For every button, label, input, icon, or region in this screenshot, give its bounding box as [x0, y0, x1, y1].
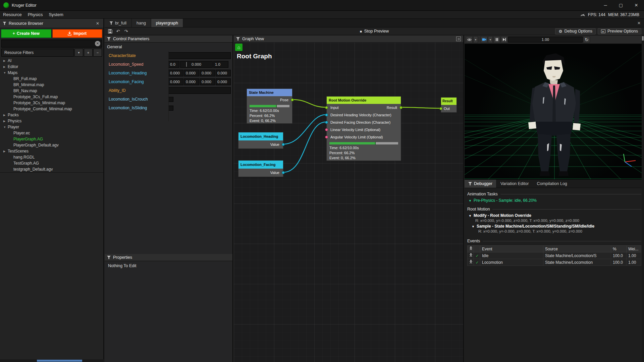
expander-icon[interactable]: ▼ — [472, 225, 475, 228]
import-button[interactable]: Import — [52, 29, 103, 38]
panel-close-icon[interactable]: ✕ — [636, 20, 642, 26]
tree-item[interactable]: TestGraph.AG — [0, 160, 103, 166]
tab-compilation-log[interactable]: Compilation Log — [533, 180, 571, 188]
save-button[interactable] — [107, 28, 113, 34]
port-input[interactable] — [325, 106, 328, 109]
camera-dropdown[interactable]: ▼ — [488, 36, 493, 43]
port-desired-heading-velocity[interactable] — [325, 114, 328, 117]
characterstate-input[interactable] — [168, 52, 231, 59]
node-state-machine[interactable]: State Machine Pose Time: 6.62/10.00s Per… — [247, 88, 292, 124]
camera-mode-button[interactable] — [481, 36, 487, 43]
tree-item-maps[interactable]: ▼Maps — [0, 70, 103, 76]
close-button[interactable]: ✕ — [629, 0, 644, 10]
event-row-locomotion[interactable]: ✓ Locomotion State Machine/Locomotion 10… — [468, 259, 641, 266]
port-linear-velocity-limit[interactable] — [325, 128, 328, 131]
port-result-output[interactable] — [399, 106, 402, 109]
menu-system[interactable]: System — [46, 12, 66, 17]
playback-speed-input[interactable]: 1.00 — [508, 37, 583, 43]
speed-slider[interactable]: 0.000 — [180, 61, 213, 68]
tree-item[interactable]: Prototype_3Cs_Minimal.map — [0, 100, 103, 106]
expander-icon[interactable]: ▼ — [469, 214, 472, 218]
tab-playergraph[interactable]: playergraph — [151, 19, 183, 27]
facing-y-input[interactable]: 0.000 — [184, 78, 199, 85]
tree-item[interactable]: BR_Nav.map — [0, 88, 103, 94]
node-root-motion-override[interactable]: Root Motion Override Input Result Desire… — [326, 96, 401, 161]
expander-icon[interactable]: ▼ — [469, 199, 472, 202]
event-row-idle[interactable]: ✓ Idle State Machine/Locomotion/S 100.0 … — [468, 252, 641, 259]
scrollbar-thumb[interactable] — [642, 36, 644, 41]
port-value-output[interactable] — [282, 143, 285, 146]
right-scrollbar[interactable] — [642, 36, 644, 362]
maximize-button[interactable]: ▢ — [613, 0, 629, 10]
speed-min-input[interactable]: 0.0 — [168, 61, 179, 68]
fit-view-icon[interactable] — [456, 37, 461, 41]
debug-options-button[interactable]: ⚙Debug Options — [555, 28, 596, 35]
preview-options-button[interactable]: ▶Preview Options — [598, 28, 641, 35]
visibility-button[interactable] — [466, 36, 473, 43]
facing-w-input[interactable]: 0.000 — [216, 78, 231, 85]
node-locomotion-facing[interactable]: Locomotion_Facing Value — [238, 160, 283, 177]
tab-br-full[interactable]: br_full — [105, 19, 131, 27]
step-button[interactable] — [501, 36, 507, 43]
is-sliding-checkbox[interactable] — [168, 106, 173, 111]
menu-resource[interactable]: Resource — [0, 12, 25, 17]
add-filter-button[interactable]: + — [84, 49, 93, 57]
pause-button[interactable] — [493, 36, 500, 43]
tree-horizontal-scrollbar[interactable] — [0, 359, 104, 362]
tree-item-player[interactable]: ▼Player — [0, 124, 103, 130]
port-pose-output[interactable] — [291, 99, 294, 102]
resource-search-input[interactable]: ✕ — [1, 40, 102, 48]
tree-item-physics[interactable]: ▶Physics — [0, 118, 103, 124]
root-motion-sample-row[interactable]: ▼Sample - State Machine/Locomotion/SM/St… — [467, 224, 641, 229]
heading-y-input[interactable]: 0.000 — [184, 70, 199, 76]
stop-preview-button[interactable]: ■ Stop Preview — [360, 29, 389, 34]
undo-button[interactable]: ↶ — [115, 28, 121, 34]
tree-item-selected[interactable]: PlayerGraph.AG — [0, 136, 103, 142]
port-desired-facing-direction[interactable] — [325, 121, 328, 124]
tree-item[interactable]: BR_Minimal.map — [0, 82, 103, 88]
reset-button[interactable]: ↻ — [583, 36, 590, 43]
graph-home-button[interactable]: ⌂ — [235, 44, 243, 51]
root-motion-modify-row[interactable]: ▼Modify - Root Motion Override — [467, 213, 641, 218]
tree-item-ai[interactable]: ▶AI — [0, 58, 103, 64]
is-crouch-checkbox[interactable] — [168, 97, 173, 102]
redo-button[interactable]: ↷ — [123, 28, 129, 34]
port-out-input[interactable] — [439, 107, 442, 110]
visibility-dropdown[interactable]: ▼ — [473, 36, 478, 43]
heading-x-input[interactable]: 0.000 — [168, 70, 183, 76]
tree-item-testscenes[interactable]: ▶TestScenes — [0, 148, 103, 154]
tree-item[interactable]: Player.ec — [0, 130, 103, 136]
animation-task-row[interactable]: ▼Pre-Physics - Sample: idle, 66.20% — [467, 198, 641, 203]
heading-z-input[interactable]: 0.000 — [200, 70, 215, 76]
heading-w-input[interactable]: 0.000 — [216, 70, 231, 76]
create-new-button[interactable]: +Create New — [1, 29, 51, 38]
tree-item[interactable]: Prototype_3Cs_Full.map — [0, 94, 103, 100]
resource-browser-close-icon[interactable]: ✕ — [95, 20, 101, 26]
tab-hang[interactable]: hang — [132, 19, 151, 27]
node-locomotion-heading[interactable]: Locomotion_Heading Value — [238, 132, 283, 149]
tree-item[interactable]: testgraph_Default.agv — [0, 166, 103, 172]
tree-item-editor[interactable]: ▶Editor — [0, 64, 103, 70]
speed-max-input[interactable]: 1.0 — [213, 61, 228, 68]
node-result[interactable]: Result Out — [441, 97, 457, 113]
facing-x-input[interactable]: 0.000 — [168, 78, 183, 85]
clear-search-icon[interactable]: ✕ — [95, 41, 100, 46]
tree-item[interactable]: Prototype_Combat_Minimal.map — [0, 106, 103, 112]
ability-id-input[interactable] — [168, 87, 231, 94]
tree-item[interactable]: PlayerGraph_Default.agv — [0, 142, 103, 148]
tab-debugger[interactable]: Debugger — [465, 180, 496, 188]
resource-filters-dropdown[interactable]: Resource Filters — [1, 49, 74, 57]
scrollbar-thumb[interactable] — [37, 360, 82, 362]
port-value-output[interactable] — [282, 171, 285, 174]
tree-item-packs[interactable]: ▶Packs — [0, 112, 103, 118]
preview-viewport[interactable] — [465, 44, 644, 179]
minimize-button[interactable]: ─ — [598, 0, 613, 10]
tree-item[interactable]: hang.RGDL — [0, 154, 103, 160]
menu-physics[interactable]: Physics — [25, 12, 46, 17]
graph-canvas[interactable]: ⌂ Root Graph State Machine Pose Time: 6.… — [234, 43, 463, 362]
port-angular-velocity-limit[interactable] — [325, 136, 328, 139]
tab-variation-editor[interactable]: Variation Editor — [497, 180, 533, 188]
tree-item[interactable]: BR_Full.map — [0, 76, 103, 82]
remove-filter-button[interactable]: − — [93, 49, 102, 57]
filters-expand-button[interactable]: ▼ — [74, 49, 83, 57]
